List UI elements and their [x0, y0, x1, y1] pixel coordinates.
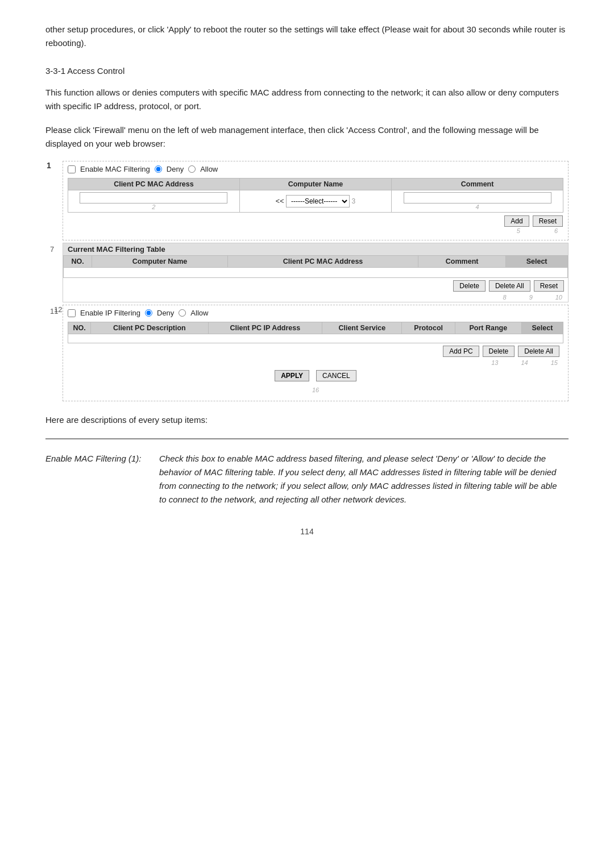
- desc-row-1: Enable MAC Filtering (1): Check this box…: [45, 448, 569, 510]
- here-text: Here are descriptions of every setup ite…: [45, 415, 569, 425]
- apply-button[interactable]: APPLY: [275, 370, 309, 381]
- ip-allow-radio[interactable]: [179, 309, 186, 317]
- desc-definition-1: Check this box to enable MAC address bas…: [159, 448, 569, 510]
- add-reset-row: Add Reset: [68, 215, 563, 227]
- current-mac-table: NO. Computer Name Client PC MAC Address …: [63, 255, 568, 278]
- ip-filter-empty-row: [68, 334, 563, 343]
- ip-port-range-col-header: Port Range: [455, 322, 521, 334]
- page-number: 114: [45, 527, 569, 536]
- apply-cancel-row: APPLY CANCEL: [68, 369, 563, 384]
- desc-term-1: Enable MAC Filtering (1):: [45, 448, 159, 510]
- mac-deny-label: Deny: [167, 165, 184, 173]
- ip-deny-label: Deny: [157, 309, 174, 317]
- client-mac-col-header: Client PC MAC Address: [68, 178, 240, 190]
- mac-allow-radio[interactable]: [188, 165, 196, 173]
- ip-allow-label: Allow: [190, 309, 208, 317]
- ip-client-service-col-header: Client Service: [322, 322, 402, 334]
- descriptions-table: Enable MAC Filtering (1): Check this box…: [45, 448, 569, 510]
- ip-delete-all-button[interactable]: Delete All: [518, 346, 559, 357]
- num9-label: 9: [529, 294, 533, 301]
- num15-label: 15: [551, 359, 558, 366]
- body-paragraph-1: This function allows or denies computers…: [45, 86, 569, 113]
- ip-no-col-header: NO.: [68, 322, 91, 334]
- mac-allow-label: Allow: [200, 165, 218, 173]
- ip-client-ip-col-header: Client PC IP Address: [208, 322, 322, 334]
- mac-filter-input-table: Client PC MAC Address Computer Name Comm…: [68, 178, 563, 213]
- enable-mac-filtering-checkbox[interactable]: [68, 165, 76, 173]
- mac-reset-button[interactable]: Reset: [534, 280, 564, 292]
- cancel-button[interactable]: CANCEL: [316, 370, 356, 381]
- ip-filter-section: 12 Enable IP Filtering Deny Allow NO. Cl…: [63, 305, 569, 401]
- desc-divider: [45, 438, 569, 439]
- ip-select-col-header: Select: [521, 322, 563, 334]
- comment-input[interactable]: [404, 192, 551, 203]
- ui-screenshot-area: 1 Enable MAC Filtering Deny Allow Client…: [63, 161, 569, 401]
- body-paragraph-2: Please click 'Firewall' menu on the left…: [45, 123, 569, 151]
- client-mac-input[interactable]: [80, 192, 227, 203]
- comment-col-header: Comment: [392, 178, 563, 190]
- enable-mac-label: Enable MAC Filtering: [80, 165, 150, 173]
- client-mac-col-header2: Client PC MAC Address: [228, 256, 418, 268]
- row-num-12: 12: [54, 305, 62, 314]
- current-mac-table-section: Current MAC Filtering Table NO. Computer…: [63, 243, 569, 302]
- current-mac-empty-row: [64, 268, 568, 278]
- select-col-header: Select: [506, 256, 568, 268]
- row-num-7: 7: [50, 245, 54, 254]
- select-arrows: <<: [276, 197, 284, 205]
- num2-label: 2: [72, 203, 236, 210]
- ip-client-desc-col-header: Client PC Description: [91, 322, 209, 334]
- current-mac-table-wrapper: 7 Current MAC Filtering Table NO. Comput…: [63, 243, 569, 302]
- num5-label: 5: [517, 227, 520, 234]
- num6-label: 6: [554, 227, 558, 234]
- ip-deny-radio[interactable]: [145, 309, 152, 317]
- current-mac-table-header: Current MAC Filtering Table: [63, 243, 568, 255]
- computer-name-select[interactable]: ------Select------: [286, 195, 350, 207]
- num3-label: 3: [351, 197, 355, 205]
- mac-filter-header-row: Enable MAC Filtering Deny Allow: [68, 165, 563, 173]
- ip-filter-header-row: 12 Enable IP Filtering Deny Allow: [68, 309, 563, 317]
- enable-ip-label: Enable IP Filtering: [80, 309, 140, 317]
- intro-paragraph: other setup procedures, or click 'Apply'…: [45, 23, 569, 50]
- add-pc-button[interactable]: Add PC: [443, 346, 479, 357]
- computer-name-col-header: Computer Name: [239, 178, 391, 190]
- add-button[interactable]: Add: [504, 215, 529, 227]
- no-col-header: NO.: [64, 256, 92, 268]
- ip-delete-button[interactable]: Delete: [483, 346, 515, 357]
- computer-name-col-header2: Computer Name: [92, 256, 228, 268]
- ip-action-row: Add PC Delete Delete All: [68, 343, 563, 359]
- reset-button[interactable]: Reset: [533, 215, 563, 227]
- num14-label: 14: [521, 359, 528, 366]
- mac-deny-radio[interactable]: [155, 165, 162, 173]
- mac-filter-input-row: 2 << ------Select------ 3 4: [68, 190, 563, 213]
- delete-row: Delete Delete All Reset: [63, 278, 568, 294]
- mac-filter-section: Enable MAC Filtering Deny Allow Client P…: [63, 161, 569, 240]
- num10-label: 10: [555, 294, 562, 301]
- num8-label: 8: [503, 294, 507, 301]
- ip-filter-wrapper: 11 12 Enable IP Filtering Deny Allow NO.…: [63, 305, 569, 401]
- enable-ip-filtering-checkbox[interactable]: [68, 309, 76, 317]
- num16-label: 16: [312, 387, 319, 393]
- ip-protocol-col-header: Protocol: [402, 322, 455, 334]
- delete-button[interactable]: Delete: [453, 280, 486, 292]
- ip-filter-table: NO. Client PC Description Client PC IP A…: [68, 322, 563, 343]
- num13-label: 13: [491, 359, 498, 366]
- section-title: 3-3-1 Access Control: [45, 66, 569, 76]
- num4-label: 4: [395, 203, 559, 210]
- delete-all-button[interactable]: Delete All: [489, 280, 530, 292]
- comment-col-header2: Comment: [418, 256, 506, 268]
- row-num-1: 1: [47, 161, 51, 170]
